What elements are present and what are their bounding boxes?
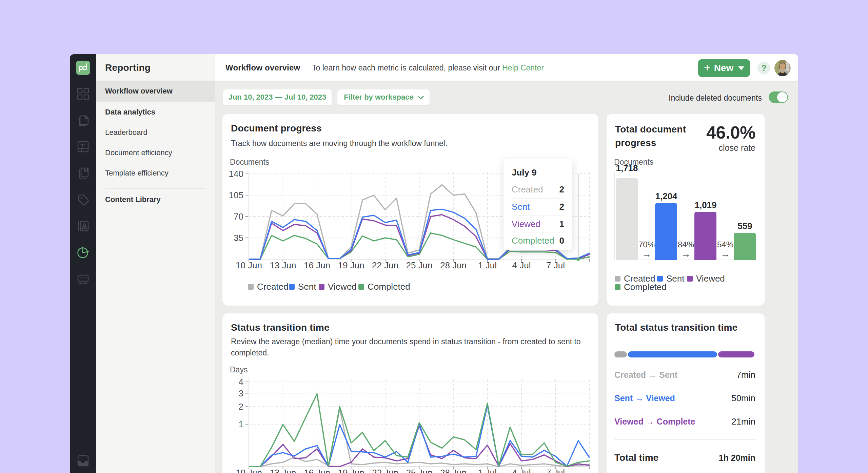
- svg-text:25 Jun: 25 Jun: [406, 260, 432, 270]
- svg-text:7 Jul: 7 Jul: [546, 260, 565, 270]
- svg-text:19 Jun: 19 Jun: [338, 260, 364, 270]
- svg-text:35: 35: [234, 233, 243, 243]
- svg-text:16 Jun: 16 Jun: [304, 260, 330, 270]
- svg-text:28 Jun: 28 Jun: [440, 260, 467, 270]
- svg-text:13 Jun: 13 Jun: [270, 260, 296, 270]
- svg-text:10 Jun: 10 Jun: [236, 260, 262, 270]
- svg-text:28 Jun: 28 Jun: [440, 468, 467, 473]
- svg-text:4 Jul: 4 Jul: [512, 468, 531, 473]
- svg-text:3: 3: [239, 388, 243, 398]
- svg-text:25 Jun: 25 Jun: [406, 468, 432, 473]
- svg-text:22 Jun: 22 Jun: [372, 468, 398, 473]
- svg-text:13 Jun: 13 Jun: [270, 468, 296, 473]
- svg-text:10 Jun: 10 Jun: [236, 468, 262, 473]
- svg-text:1 Jul: 1 Jul: [478, 468, 497, 473]
- svg-text:1: 1: [239, 419, 243, 429]
- svg-text:140: 140: [229, 169, 243, 179]
- svg-text:4 Jul: 4 Jul: [512, 260, 531, 270]
- svg-text:16 Jun: 16 Jun: [304, 468, 330, 473]
- svg-text:22 Jun: 22 Jun: [372, 260, 398, 270]
- svg-text:19 Jun: 19 Jun: [338, 468, 364, 473]
- svg-text:1 Jul: 1 Jul: [478, 260, 497, 270]
- svg-text:70: 70: [234, 211, 243, 222]
- svg-text:4: 4: [239, 377, 243, 387]
- svg-text:7 Jul: 7 Jul: [546, 468, 565, 473]
- svg-text:2: 2: [239, 402, 243, 412]
- svg-text:105: 105: [229, 190, 243, 200]
